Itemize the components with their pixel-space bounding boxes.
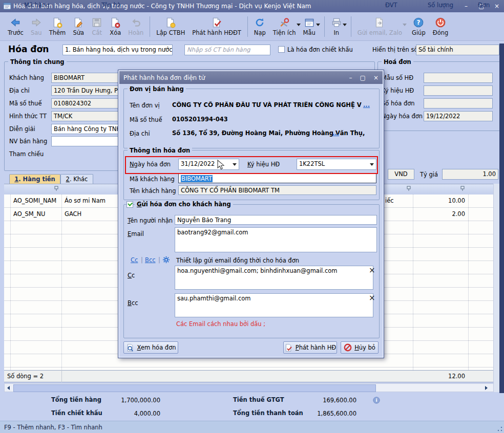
close-icon[interactable]: × [493, 3, 501, 10]
col-header-ma-hang[interactable]: Mã hàng [24, 2, 50, 9]
customer-name-input[interactable]: CÔNG TY CỔ PHẦN BIBOMART TM [178, 185, 376, 195]
invoice-number-input[interactable] [424, 98, 493, 109]
document-create-icon [165, 16, 176, 29]
toolbar-prev-button[interactable]: Trước [8, 16, 24, 36]
email-label: Email [128, 230, 144, 237]
clear-cc-icon[interactable]: × [369, 267, 375, 273]
customer-code-input[interactable]: BIBOMART [178, 174, 376, 183]
right-panel-splitter[interactable] [499, 44, 504, 393]
row-count-label: Số dòng = 2 [7, 373, 44, 380]
toolbar-add-button[interactable]: Thêm [49, 16, 66, 36]
status-text: F9 - Thêm nhanh, F3 - Tìm nhanh [4, 424, 102, 431]
ledger-select[interactable]: Sổ tài chính [416, 45, 499, 55]
general-info-group-title: Thông tin chung [8, 58, 67, 66]
arrow-left-icon [10, 16, 21, 29]
cc-link[interactable]: Cc [131, 256, 138, 264]
vat-value: 169,600.00 [300, 397, 356, 404]
toolbar-close-button[interactable]: Đóng [433, 16, 449, 36]
currency-code-box[interactable]: VND [388, 169, 414, 180]
toolbar-lap-ctbh-button[interactable]: Lập CTBH [156, 16, 185, 36]
bcc-link[interactable]: Bcc [145, 256, 156, 264]
status-bar: F9 - Thêm nhanh, F3 - Tìm nhanh [0, 421, 504, 433]
chevron-down-icon[interactable] [370, 163, 374, 166]
grid-divider [10, 194, 11, 370]
toolbar-help-button[interactable]: ? Giúp [412, 16, 426, 36]
recipient-name-input[interactable]: Nguyễn Bảo Trang [175, 215, 377, 225]
toolbar-delete-button[interactable]: Xóa [110, 16, 121, 36]
gear-icon[interactable] [162, 256, 170, 264]
toolbar-publish-einvoice-button[interactable]: Phát hành HĐĐT [192, 16, 241, 36]
view-invoice-button[interactable]: Xem hóa đơn [123, 341, 178, 354]
bcc-textarea[interactable]: sau.phamthi@gmail.com [175, 293, 373, 317]
scrollbar-thumb[interactable] [13, 384, 376, 392]
col-header-so-luong[interactable]: Số lượng [428, 2, 453, 9]
dialog-title-bar[interactable]: Phát hành hóa đơn điện tử – ▢ × [119, 71, 383, 84]
grid-row-unit[interactable]: iếc [385, 197, 394, 204]
dropdown-caret-icon[interactable] [316, 24, 320, 26]
total-goods-label: Tổng tiền hàng [51, 396, 101, 403]
publish-invoice-button[interactable]: Phát hành HĐ [283, 341, 337, 354]
toolbar: Trước Sau Thêm Sửa Cắt Xóa Hoàn Lậ [0, 12, 504, 41]
pin-icon[interactable] [54, 186, 59, 192]
invoice-symbol-input[interactable] [424, 85, 493, 96]
discount-invoice-checkbox[interactable] [278, 46, 285, 53]
tab-hang-tien[interactable]: 1. Hàng tiền [9, 174, 60, 184]
grid-row-qty[interactable]: 10.00 [413, 197, 465, 204]
dropdown-caret-icon[interactable] [297, 24, 301, 26]
cc-label: Cc [128, 272, 135, 279]
toolbar-print-button[interactable]: In [331, 16, 342, 36]
horizontal-scrollbar[interactable] [4, 383, 499, 392]
invoice-date-input[interactable]: 19/12/2022 [424, 111, 493, 121]
customer-label: Khách hàng [9, 74, 44, 81]
dialog-invoice-date-combobox[interactable]: 31/12/2022 [178, 159, 239, 170]
info-icon[interactable]: i [373, 397, 380, 404]
toolbar-next-button: Sau [31, 16, 42, 36]
dialog-minimize-icon[interactable]: – [349, 74, 352, 81]
dialog-close-icon[interactable]: × [373, 74, 379, 81]
refresh-icon [254, 16, 265, 29]
invoice-number-label: Số hóa đơn [382, 100, 415, 107]
toolbar-separator [150, 16, 150, 37]
seller-address-more-link[interactable]: ... [332, 129, 339, 137]
grid-row-name[interactable]: Áo sơ mi Nam [65, 197, 106, 204]
clear-bcc-icon[interactable]: × [369, 295, 375, 301]
dropdown-caret-icon[interactable] [343, 24, 347, 26]
send-invoice-checkbox[interactable] [127, 201, 133, 208]
pin-icon[interactable] [460, 186, 465, 192]
voucher-type-select[interactable]: 1. Bán hàng hoá, dịch vụ trong nước [62, 45, 173, 55]
toolbar-utilities-button[interactable]: Tiện ích [273, 16, 296, 36]
tab-khac[interactable]: 2. Khác [60, 174, 93, 184]
col-header-dvt[interactable]: ĐVT [385, 2, 397, 9]
cancel-button[interactable]: Hủy bỏ [341, 341, 379, 354]
minimize-icon[interactable]: – [462, 3, 470, 10]
dialog-maximize-icon[interactable]: ▢ [360, 74, 366, 81]
dialog-invoice-symbol-combobox[interactable]: 1K22TSL [297, 159, 376, 170]
toolbar-edit-button[interactable]: Sửa [73, 16, 84, 36]
form-template-icon [304, 16, 315, 29]
pin-icon[interactable] [406, 186, 411, 192]
grid-row-code[interactable]: AO_SM_NU [13, 210, 45, 218]
invoice-symbol-label: Ký hiệu HĐ [382, 87, 414, 94]
ct-number-input[interactable]: Nhập số CT bán hàng [184, 45, 270, 55]
seller-name-more-link[interactable]: ... [363, 101, 370, 109]
toolbar-template-button[interactable]: Mẫu [303, 16, 316, 36]
grid-row-code[interactable]: AO_SOMI_NAM [13, 197, 56, 204]
toolbar-separator [324, 16, 325, 37]
chevron-down-icon[interactable] [233, 163, 237, 166]
email-textarea[interactable]: baotrang92@gmail.com [175, 227, 377, 252]
scroll-right-icon[interactable] [485, 386, 488, 390]
send-invoice-group-title: Gửi hóa đơn cho khách hàng [135, 201, 233, 208]
scroll-left-icon[interactable] [7, 386, 10, 390]
link-separator: | [141, 256, 143, 264]
toolbar-reload-button[interactable]: Nạp [254, 16, 266, 36]
invoice-template-input[interactable] [424, 73, 493, 83]
toolbar-send-email-zalo-button: Gửi email, Zalo [358, 16, 402, 36]
grid-row-name[interactable]: GACH [65, 210, 81, 218]
col-header-ten-hang[interactable]: Tên hà [101, 2, 121, 9]
cc-textarea[interactable]: hoa.nguyenthi@gmail.com; binhdinhxuan@gm… [175, 266, 373, 290]
exchange-rate-input[interactable]: 1.00 [442, 169, 498, 180]
svg-text:i: i [375, 398, 377, 403]
grid-row-qty[interactable]: 2.00 [413, 210, 465, 218]
resize-grip-icon[interactable] [497, 426, 503, 432]
col-header-don-gia[interactable]: Đơn [478, 2, 490, 9]
